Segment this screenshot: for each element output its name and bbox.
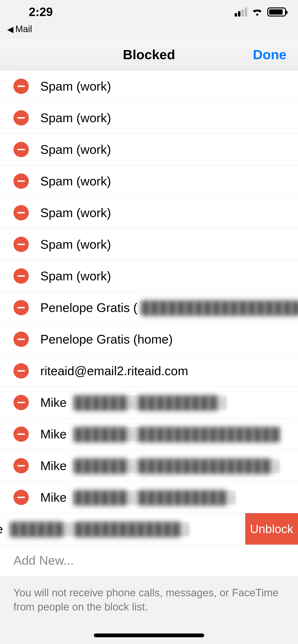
contact-label: Spam (work) bbox=[40, 79, 111, 94]
contact-label: Mike bbox=[40, 458, 70, 473]
delete-icon[interactable] bbox=[14, 174, 29, 189]
delete-icon[interactable] bbox=[14, 237, 29, 252]
redacted-text: ██████ ( ████████████████ bbox=[72, 427, 281, 441]
redacted-text: ██████████████████ bbox=[140, 300, 298, 315]
delete-icon[interactable] bbox=[14, 110, 29, 126]
back-to-app[interactable]: ◀ Mail bbox=[0, 24, 298, 39]
delete-icon[interactable] bbox=[14, 458, 29, 474]
contact-label: riteaid@email2.riteaid.com bbox=[40, 364, 188, 378]
delete-icon[interactable] bbox=[14, 78, 29, 94]
delete-icon[interactable] bbox=[14, 426, 29, 442]
battery-icon bbox=[267, 8, 286, 16]
contact-label: Mike bbox=[40, 395, 70, 410]
back-arrow-icon: ◀ bbox=[7, 24, 14, 34]
contact-label: Penelope Gratis ( bbox=[40, 300, 137, 315]
blocked-list: Spam (work)Spam (work)Spam (work)Spam (w… bbox=[0, 70, 298, 545]
list-item[interactable]: Mike ██████ ( ███████████████ ) bbox=[0, 450, 298, 482]
home-indicator[interactable] bbox=[94, 634, 204, 637]
delete-icon[interactable] bbox=[14, 205, 29, 220]
unblock-button[interactable]: Unblock bbox=[245, 513, 298, 544]
page-title: Blocked bbox=[123, 47, 175, 62]
delete-icon[interactable] bbox=[14, 268, 29, 284]
done-button[interactable]: Done bbox=[253, 47, 286, 62]
list-item[interactable]: Penelope Gratis (██████████████████ bbox=[0, 292, 298, 324]
list-item[interactable]: Spam (work) bbox=[0, 197, 298, 228]
list-item[interactable]: Mike ██████ ( ██████████ ) bbox=[0, 482, 298, 513]
contact-label: Spam (work) bbox=[40, 237, 111, 252]
delete-icon[interactable] bbox=[14, 332, 29, 347]
list-item[interactable]: Spam (work) bbox=[0, 102, 298, 134]
redacted-text: ██████ ( ███████████████ ) bbox=[72, 458, 280, 473]
list-item[interactable]: Spam (work) bbox=[0, 260, 298, 292]
list-item[interactable]: Spam (work) bbox=[0, 228, 298, 260]
contact-label: Penelope Gratis (home) bbox=[40, 332, 173, 346]
delete-icon[interactable] bbox=[14, 142, 29, 157]
contact-label: Spam (work) bbox=[40, 206, 111, 220]
redacted-text: ██████ ( ████████████ ) bbox=[9, 522, 190, 536]
wifi-icon bbox=[251, 5, 263, 19]
contact-label: Spam (work) bbox=[40, 174, 111, 188]
contact-label: Spam (work) bbox=[40, 269, 111, 283]
list-item[interactable]: riteaid@email2.riteaid.com bbox=[0, 355, 298, 387]
list-item-swiped[interactable]: ike ██████ ( ████████████ ) Unblock bbox=[0, 513, 298, 545]
contact-label: Mike bbox=[40, 490, 70, 504]
list-item[interactable]: Spam (work) bbox=[0, 70, 298, 102]
list-item[interactable]: Spam (work) bbox=[0, 165, 298, 197]
delete-icon[interactable] bbox=[14, 363, 29, 378]
navbar: Blocked Done bbox=[0, 39, 298, 70]
add-new-button[interactable]: Add New... bbox=[0, 545, 298, 576]
contact-label: ike bbox=[0, 522, 7, 536]
contact-label: Spam (work) bbox=[40, 111, 111, 125]
contact-label: Spam (work) bbox=[40, 142, 111, 157]
list-item[interactable]: Mike ██████ ( █████████ ) bbox=[0, 387, 298, 418]
footer-note: You will not receive phone calls, messag… bbox=[0, 576, 298, 624]
list-item[interactable]: Mike ██████ ( ████████████████ bbox=[0, 418, 298, 450]
delete-icon[interactable] bbox=[14, 300, 29, 315]
delete-icon[interactable] bbox=[14, 395, 29, 410]
redacted-text: ██████ ( █████████ ) bbox=[72, 395, 227, 410]
status-time: 2:29 bbox=[29, 5, 53, 19]
list-item[interactable]: Penelope Gratis (home) bbox=[0, 324, 298, 355]
contact-label: Mike bbox=[40, 427, 70, 441]
redacted-text: ██████ ( ██████████ ) bbox=[72, 490, 235, 504]
breadcrumb-label: Mail bbox=[15, 24, 32, 34]
status-bar: 2:29 bbox=[0, 0, 298, 24]
cell-signal-icon bbox=[235, 8, 247, 16]
delete-icon[interactable] bbox=[14, 490, 29, 505]
list-item[interactable]: Spam (work) bbox=[0, 134, 298, 165]
